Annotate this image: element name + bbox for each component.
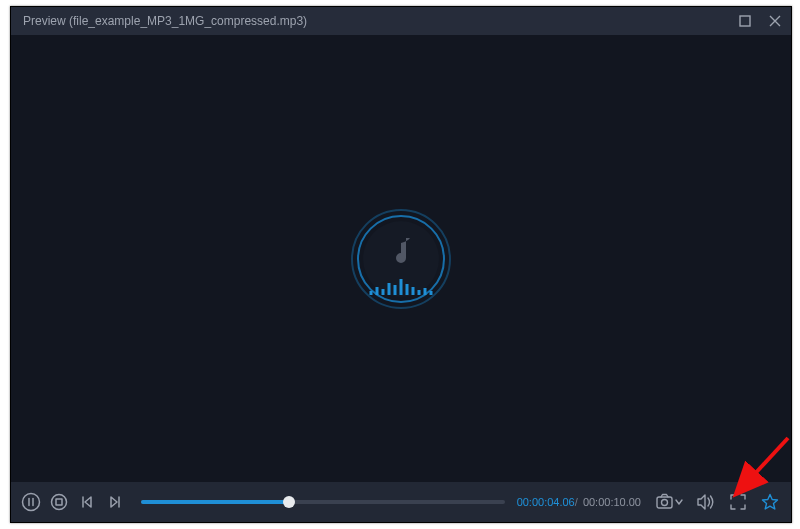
stop-icon (50, 493, 68, 511)
speaker-icon (696, 493, 716, 511)
svg-rect-5 (56, 499, 62, 505)
right-controls (655, 491, 781, 513)
pause-icon (21, 492, 41, 512)
pause-button[interactable] (19, 490, 43, 514)
control-bar: 00:00:04.06/ 00:00:10.00 (11, 482, 791, 522)
time-display: 00:00:04.06/ 00:00:10.00 (517, 496, 641, 508)
next-button[interactable] (103, 490, 127, 514)
previous-button[interactable] (75, 490, 99, 514)
maximize-icon (739, 15, 751, 27)
svg-point-9 (662, 500, 668, 506)
svg-point-4 (52, 495, 67, 510)
chevron-down-icon (676, 500, 682, 504)
svg-rect-8 (657, 497, 672, 508)
snapshot-button[interactable] (655, 491, 685, 513)
window-controls (737, 13, 783, 29)
volume-button[interactable] (695, 491, 717, 513)
fullscreen-icon (729, 493, 747, 511)
svg-point-1 (23, 494, 40, 511)
seek-bar[interactable] (141, 500, 505, 504)
seek-progress (141, 500, 289, 504)
close-icon (769, 15, 781, 27)
equalizer-icon (370, 279, 433, 295)
star-icon (761, 493, 779, 511)
previous-track-icon (79, 494, 95, 510)
audio-placeholder (351, 209, 451, 309)
fullscreen-button[interactable] (727, 491, 749, 513)
window-title: Preview (file_example_MP3_1MG_compressed… (23, 14, 307, 28)
title-bar: Preview (file_example_MP3_1MG_compressed… (11, 7, 791, 35)
preview-window: Preview (file_example_MP3_1MG_compressed… (10, 6, 792, 523)
favorite-button[interactable] (759, 491, 781, 513)
camera-icon (657, 495, 672, 509)
total-time: 00:00:10.00 (583, 496, 641, 508)
close-button[interactable] (767, 13, 783, 29)
next-track-icon (107, 494, 123, 510)
media-view (11, 35, 791, 482)
stop-button[interactable] (47, 490, 71, 514)
time-separator: / (575, 496, 581, 508)
current-time: 00:00:04.06 (517, 496, 575, 508)
music-note-icon (386, 234, 416, 272)
svg-rect-0 (740, 16, 750, 26)
maximize-button[interactable] (737, 13, 753, 29)
seek-thumb[interactable] (283, 496, 295, 508)
